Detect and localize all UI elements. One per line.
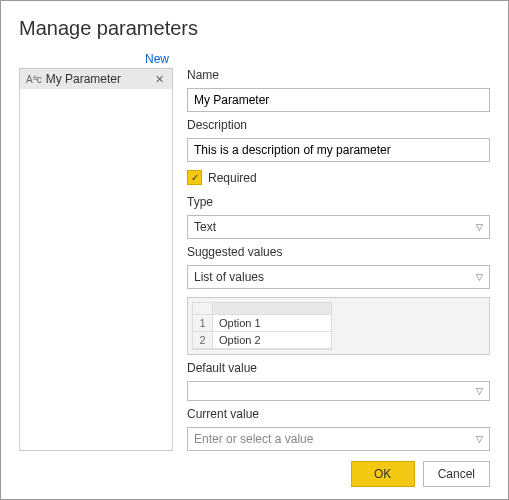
- suggested-values-label: Suggested values: [187, 245, 490, 259]
- current-value-placeholder: Enter or select a value: [194, 432, 313, 446]
- row-number: 2: [193, 332, 213, 349]
- delete-parameter-icon[interactable]: ✕: [153, 73, 166, 86]
- ok-button[interactable]: OK: [351, 461, 415, 487]
- parameter-list-item[interactable]: Aᴮc My Parameter ✕: [20, 69, 172, 89]
- table-row[interactable]: 2 Option 2: [193, 332, 331, 349]
- required-label: Required: [208, 171, 257, 185]
- cancel-button[interactable]: Cancel: [423, 461, 490, 487]
- default-value-select[interactable]: ▽: [187, 381, 490, 401]
- parameter-list: Aᴮc My Parameter ✕: [19, 68, 173, 451]
- type-label: Type: [187, 195, 490, 209]
- values-table: 1 Option 1 2 Option 2: [192, 302, 332, 350]
- dialog-title: Manage parameters: [19, 17, 490, 40]
- description-input[interactable]: [187, 138, 490, 162]
- suggested-values-select[interactable]: List of values ▽: [187, 265, 490, 289]
- chevron-down-icon: ▽: [476, 434, 483, 444]
- suggested-values-value: List of values: [194, 270, 264, 284]
- chevron-down-icon: ▽: [476, 386, 483, 396]
- chevron-down-icon: ▽: [476, 222, 483, 232]
- new-parameter-link[interactable]: New: [19, 50, 173, 68]
- name-input[interactable]: [187, 88, 490, 112]
- row-header-corner: [193, 303, 213, 315]
- default-value-label: Default value: [187, 361, 490, 375]
- list-of-values-grid[interactable]: 1 Option 1 2 Option 2: [187, 297, 490, 355]
- parameter-form: Name Description ✓ Required Type Text ▽ …: [187, 50, 490, 451]
- parameter-item-label: My Parameter: [46, 72, 149, 86]
- required-checkbox[interactable]: ✓: [187, 170, 202, 185]
- chevron-down-icon: ▽: [476, 272, 483, 282]
- manage-parameters-dialog: Manage parameters New Aᴮc My Parameter ✕…: [0, 0, 509, 500]
- current-value-label: Current value: [187, 407, 490, 421]
- name-label: Name: [187, 68, 490, 82]
- type-select[interactable]: Text ▽: [187, 215, 490, 239]
- value-cell[interactable]: Option 2: [213, 332, 331, 349]
- dialog-body: New Aᴮc My Parameter ✕ Name Description …: [19, 50, 490, 451]
- description-label: Description: [187, 118, 490, 132]
- table-row[interactable]: 1 Option 1: [193, 315, 331, 332]
- sidebar: New Aᴮc My Parameter ✕: [19, 50, 173, 451]
- required-row: ✓ Required: [187, 170, 490, 185]
- dialog-footer: OK Cancel: [19, 451, 490, 487]
- type-value: Text: [194, 220, 216, 234]
- current-value-select[interactable]: Enter or select a value ▽: [187, 427, 490, 451]
- value-cell[interactable]: Option 1: [213, 315, 331, 332]
- values-table-header: [193, 303, 331, 315]
- text-type-icon: Aᴮc: [26, 74, 42, 85]
- row-number: 1: [193, 315, 213, 332]
